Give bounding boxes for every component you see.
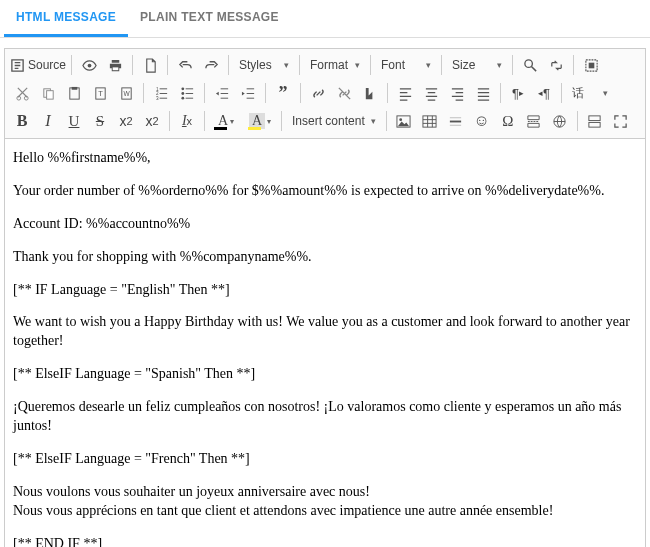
content-line: ¡Queremos desearle un feliz cumpleaños c… (13, 398, 637, 436)
new-page-icon[interactable] (138, 53, 162, 77)
smiley-icon[interactable]: ☺ (470, 109, 494, 133)
svg-text:T: T (98, 89, 103, 98)
svg-text:W: W (123, 90, 130, 97)
svg-point-18 (181, 87, 184, 90)
insert-content-dropdown[interactable]: Insert content▾ (287, 109, 381, 133)
styles-dropdown[interactable]: Styles▾ (234, 53, 294, 77)
svg-point-0 (87, 63, 91, 67)
content-line: [** ElseIF Language = "Spanish" Then **] (13, 365, 637, 384)
svg-text:3: 3 (155, 96, 158, 101)
paste-text-icon[interactable]: T (88, 81, 112, 105)
paste-icon[interactable] (62, 81, 86, 105)
redo-icon[interactable] (199, 53, 223, 77)
format-dropdown[interactable]: Format▾ (305, 53, 365, 77)
select-all-icon[interactable] (579, 53, 603, 77)
bg-color-button[interactable]: A▾ (244, 109, 276, 133)
bold-button[interactable]: B (10, 109, 34, 133)
link-icon[interactable] (306, 81, 330, 105)
svg-point-20 (181, 96, 184, 99)
content-line: Hello %%firstname%%, (13, 149, 637, 168)
svg-rect-8 (46, 90, 53, 98)
svg-point-19 (181, 92, 184, 95)
align-right-icon[interactable] (445, 81, 469, 105)
page-break-icon[interactable] (522, 109, 546, 133)
iframe-icon[interactable] (548, 109, 572, 133)
italic-button[interactable]: I (36, 109, 60, 133)
horizontal-rule-icon[interactable] (444, 109, 468, 133)
svg-rect-1 (112, 67, 118, 70)
preview-icon[interactable] (77, 53, 101, 77)
maximize-icon[interactable] (609, 109, 633, 133)
message-tabs: HTML MESSAGE PLAIN TEXT MESSAGE (0, 0, 650, 38)
content-line: Account ID: %%accountno%% (13, 215, 637, 234)
align-left-icon[interactable] (393, 81, 417, 105)
strikethrough-button[interactable]: S (88, 109, 112, 133)
special-char-icon[interactable]: Ω (496, 109, 520, 133)
language-dropdown[interactable]: 话▾ (567, 81, 613, 105)
svg-point-2 (524, 59, 532, 67)
content-line: [** ElseIF Language = "French" Then **] (13, 450, 637, 469)
content-line: [** IF Language = "English" Then **] (13, 281, 637, 300)
paste-word-icon[interactable]: W (114, 81, 138, 105)
numbered-list-icon[interactable]: 123 (149, 81, 173, 105)
content-line: Nous voulons vous souhaiter un joyeux an… (13, 483, 637, 502)
indent-icon[interactable] (236, 81, 260, 105)
blockquote-icon[interactable]: ” (271, 81, 295, 105)
editor-content[interactable]: Hello %%firstname%%, Your order number o… (5, 139, 645, 547)
svg-rect-25 (589, 115, 600, 120)
copy-icon[interactable] (36, 81, 60, 105)
size-dropdown[interactable]: Size▾ (447, 53, 507, 77)
undo-icon[interactable] (173, 53, 197, 77)
unlink-icon[interactable] (332, 81, 356, 105)
content-line: Thank you for shopping with %%companynam… (13, 248, 637, 267)
anchor-icon[interactable] (358, 81, 382, 105)
superscript-button[interactable]: x2 (140, 109, 164, 133)
align-justify-icon[interactable] (471, 81, 495, 105)
remove-format-button[interactable]: Ix (175, 109, 199, 133)
editor-toolbar: Source Styles▾ Format▾ Font▾ Size▾ (5, 49, 645, 139)
content-line: Your order number of %%orderno%% for $%%… (13, 182, 637, 201)
svg-rect-10 (71, 86, 77, 89)
content-line: [** END IF **] (13, 535, 637, 547)
replace-icon[interactable] (544, 53, 568, 77)
content-line: We want to wish you a Happy Birthday wit… (13, 313, 637, 351)
outdent-icon[interactable] (210, 81, 234, 105)
tab-html-message[interactable]: HTML MESSAGE (4, 0, 128, 37)
source-button[interactable]: Source (10, 53, 66, 77)
svg-rect-26 (589, 122, 600, 127)
content-line: Nous vous apprécions en tant que client … (13, 502, 637, 521)
svg-point-22 (400, 118, 403, 121)
tab-plain-text-message[interactable]: PLAIN TEXT MESSAGE (128, 0, 291, 37)
editor-container: Source Styles▾ Format▾ Font▾ Size▾ (4, 48, 646, 547)
underline-button[interactable]: U (62, 109, 86, 133)
ltr-icon[interactable]: ¶▸ (506, 81, 530, 105)
text-color-button[interactable]: A▾ (210, 109, 242, 133)
table-icon[interactable] (418, 109, 442, 133)
svg-rect-4 (588, 62, 594, 68)
svg-rect-23 (423, 115, 436, 126)
print-icon[interactable] (103, 53, 127, 77)
subscript-button[interactable]: x2 (114, 109, 138, 133)
font-dropdown[interactable]: Font▾ (376, 53, 436, 77)
find-icon[interactable] (518, 53, 542, 77)
align-center-icon[interactable] (419, 81, 443, 105)
rtl-icon[interactable]: ◂¶ (532, 81, 556, 105)
bullet-list-icon[interactable] (175, 81, 199, 105)
cut-icon[interactable] (10, 81, 34, 105)
image-icon[interactable] (392, 109, 416, 133)
show-blocks-icon[interactable] (583, 109, 607, 133)
